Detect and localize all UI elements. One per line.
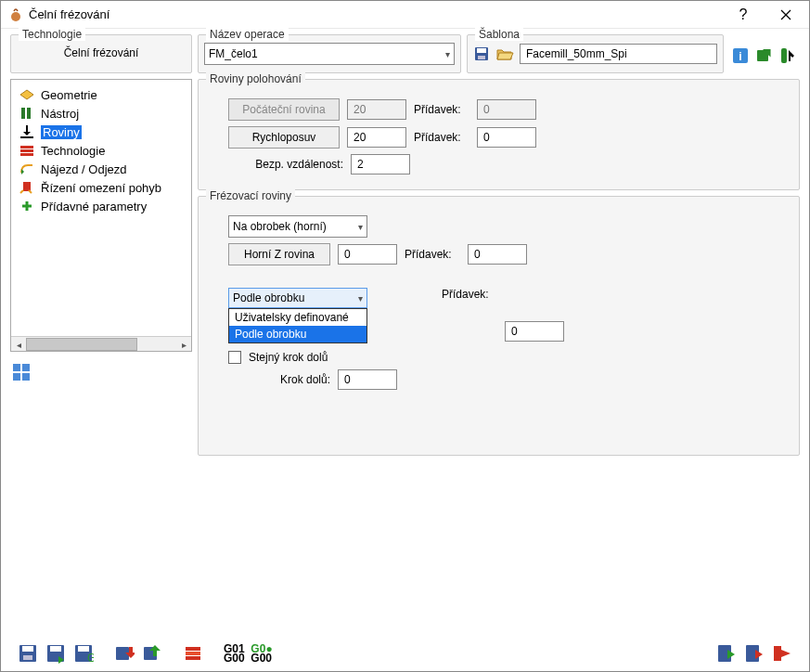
svg-rect-34: [186, 647, 200, 651]
milling-levels-title: Frézovací roviny: [206, 189, 295, 202]
svg-rect-21: [22, 364, 30, 371]
export-disk-icon[interactable]: [142, 643, 162, 664]
window-title: Čelní frézování: [29, 7, 722, 21]
pridavek-label-3: Přídavek:: [405, 248, 460, 261]
layers-icon[interactable]: [183, 643, 203, 664]
svg-rect-36: [186, 656, 200, 660]
positioning-levels-title: Roviny polohování: [206, 72, 305, 85]
scroll-right-icon[interactable]: ▸: [176, 337, 191, 352]
tree-item-najezd[interactable]: Nájezd / Odjezd: [15, 160, 187, 178]
bottom-toolbar: G G01 G0● G00 G00: [10, 636, 800, 667]
template-group-label: Šablona: [475, 28, 523, 41]
svg-rect-26: [23, 655, 32, 660]
clearance-level-input[interactable]: [347, 127, 406, 148]
save-gcode-icon[interactable]: G: [73, 643, 94, 664]
import-icon[interactable]: [114, 643, 135, 664]
link-icon: [19, 162, 35, 176]
operation-name-select[interactable]: FM_čelo1 ▾: [204, 43, 455, 65]
positioning-levels-group: Roviny polohování Počáteční rovina Přída…: [198, 79, 800, 190]
reference-select[interactable]: Na obrobek (horní) ▾: [228, 215, 367, 238]
pridavek-label-4: Přídavek:: [442, 288, 497, 301]
svg-rect-9: [781, 48, 787, 63]
clearance-level-button[interactable]: Rychloposuv: [228, 126, 340, 149]
chevron-down-icon: ▾: [358, 293, 363, 304]
svg-rect-16: [20, 153, 33, 156]
clearance-pridavek-input[interactable]: [477, 127, 536, 148]
pridavek-label-1: Přídavek:: [414, 103, 469, 116]
help-button[interactable]: ?: [722, 2, 765, 28]
close-button[interactable]: [765, 2, 807, 28]
scroll-left-icon[interactable]: ◂: [11, 337, 26, 352]
technology-group-label: Technologie: [19, 28, 85, 41]
scroll-thumb[interactable]: [26, 338, 137, 351]
svg-rect-10: [21, 108, 25, 119]
app-icon: [8, 7, 23, 22]
start-level-input: [347, 99, 406, 120]
save-template-icon[interactable]: [473, 45, 490, 62]
exit-icon[interactable]: [772, 643, 792, 664]
operation-name-group: Název operace FM_čelo1 ▾: [198, 34, 461, 73]
equal-step-label: Stejný krok dolů: [249, 351, 328, 364]
step-down-input[interactable]: [338, 369, 397, 390]
svg-text:G: G: [87, 652, 94, 664]
plus-icon: [19, 199, 35, 213]
nav-tree: Geometrie Nástroj Roviny Technologie Náj…: [10, 79, 192, 352]
template-group: Šablona: [467, 34, 724, 73]
svg-text:i: i: [739, 50, 741, 63]
svg-rect-28: [50, 646, 61, 652]
upper-z-input[interactable]: [338, 244, 397, 265]
start-level-button: Počáteční rovina: [228, 98, 340, 121]
technology-tree-icon: [19, 143, 35, 158]
start-pridavek-input: [477, 99, 536, 120]
motion-icon: [19, 180, 35, 195]
tree-item-roviny[interactable]: Roviny: [15, 123, 187, 141]
svg-rect-15: [20, 149, 33, 152]
save-run-icon[interactable]: [45, 643, 66, 664]
info-icon[interactable]: i: [731, 46, 750, 65]
svg-rect-5: [478, 56, 485, 59]
depth-mode-select[interactable]: Podle obrobku ▾ Uživatelsky definované P…: [228, 288, 367, 308]
tool-tree-icon: [19, 106, 35, 121]
pick-icon[interactable]: [779, 46, 798, 65]
svg-rect-20: [13, 364, 20, 371]
tree-item-rizeni[interactable]: Řízení omezení pohyb: [15, 178, 187, 197]
svg-rect-35: [186, 652, 200, 655]
tree-scrollbar[interactable]: ◂ ▸: [11, 336, 191, 351]
operation-name-label: Název operace: [206, 28, 289, 41]
svg-point-0: [11, 12, 20, 21]
svg-rect-25: [22, 646, 33, 652]
tree-item-pridavne[interactable]: Přídavné parametry: [15, 197, 187, 215]
open-template-icon[interactable]: [495, 45, 514, 62]
svg-rect-23: [22, 373, 30, 381]
gcode-labels: G01 G0● G00 G00: [224, 644, 273, 663]
cancel-icon[interactable]: [744, 643, 765, 664]
svg-rect-14: [20, 146, 33, 149]
step-down-label: Krok dolů:: [228, 373, 330, 386]
levels-icon: [19, 124, 35, 139]
tree-item-geometrie[interactable]: Geometrie: [15, 85, 187, 104]
equal-step-checkbox[interactable]: [228, 351, 241, 364]
depth-option-user[interactable]: Uživatelsky definované: [229, 309, 366, 326]
pridavek-label-2: Přídavek:: [414, 131, 469, 144]
geometry-icon: [19, 87, 35, 102]
tile-view-icon[interactable]: [10, 361, 192, 383]
upper-z-button[interactable]: Horní Z rovina: [228, 243, 330, 265]
tree-item-technologie[interactable]: Technologie: [15, 141, 187, 160]
chevron-down-icon: ▾: [445, 49, 450, 59]
upper-pridavek-input[interactable]: [468, 244, 527, 265]
export-icon[interactable]: [755, 46, 774, 65]
depth-option-stock[interactable]: Podle obrobku: [229, 326, 366, 342]
milling-levels-group: Frézovací roviny Na obrobek (horní) ▾ Ho…: [198, 196, 800, 456]
chevron-down-icon: ▾: [358, 222, 363, 232]
depth-mode-dropdown-list: Uživatelsky definované Podle obrobku: [228, 308, 367, 343]
depth-pridavek-input[interactable]: [505, 321, 564, 342]
tree-item-nastroj[interactable]: Nástroj: [15, 104, 187, 123]
svg-rect-11: [27, 108, 31, 119]
svg-rect-22: [13, 373, 20, 381]
technology-group: Technologie Čelní frézování: [10, 34, 192, 73]
save-icon[interactable]: [18, 643, 38, 664]
safety-input[interactable]: [351, 154, 410, 174]
apply-icon[interactable]: [716, 643, 737, 664]
template-name-input[interactable]: [520, 44, 717, 64]
technology-value: Čelní frézování: [19, 43, 184, 63]
